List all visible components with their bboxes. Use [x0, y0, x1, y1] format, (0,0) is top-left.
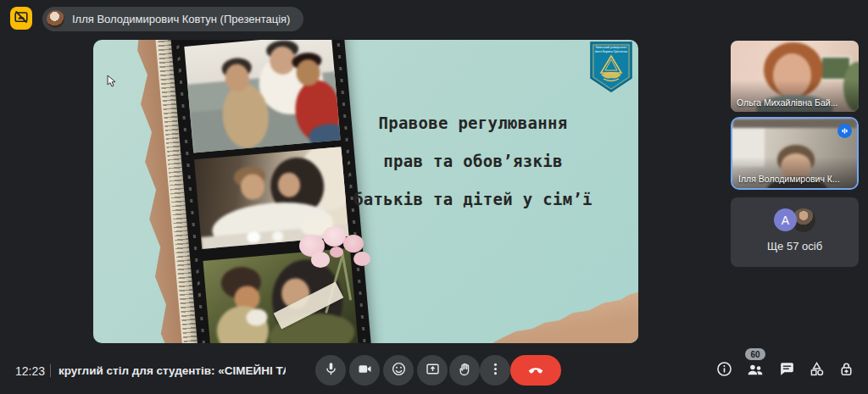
more-options-icon [487, 361, 504, 380]
meeting-title-label: круглий стіл для студентів: «СІМЕЙНІ ТА … [58, 364, 286, 377]
university-logo: Київський університет імені Бориса Грінч… [589, 41, 633, 93]
smiley-icon [391, 361, 407, 380]
more-options-button[interactable] [480, 355, 510, 386]
chat-icon [778, 360, 796, 380]
camera-icon [357, 361, 373, 380]
activities-button[interactable] [807, 361, 826, 380]
microphone-icon [323, 361, 339, 380]
torn-paper-corner [492, 289, 638, 343]
more-participants-label: Ще 57 осіб [731, 240, 859, 252]
slide-title-line2: прав та обов’язків [333, 142, 613, 180]
participant-avatar-letter: A [774, 208, 797, 231]
logo-org-line2: імені Бориса Грінченка [595, 50, 627, 53]
participants-count-badge: 60 [745, 348, 765, 360]
slide-title-line3: батьків та дітей у сім’ї [333, 180, 613, 219]
info-button[interactable] [715, 361, 733, 380]
speaking-indicator-icon [837, 124, 852, 138]
logo-org-line1: Київський університет [596, 46, 627, 49]
presentation-off-icon [13, 8, 30, 28]
divider [50, 364, 51, 377]
info-icon [715, 360, 733, 380]
presented-slide: Київський університет імені Бориса Грінч… [93, 40, 638, 343]
presenter-banner: Ілля Володимирович Ковтун (Презентація) [42, 7, 303, 31]
presenter-avatar [47, 10, 64, 28]
presenter-name-label: Ілля Володимирович Ковтун (Презентація) [72, 13, 290, 25]
camera-button[interactable] [349, 355, 380, 386]
participant-tile-olha[interactable]: Ольга Михайлівна Бай... [731, 41, 859, 112]
raise-hand-button[interactable] [449, 355, 480, 386]
raise-hand-icon [457, 361, 473, 380]
present-screen-icon [425, 361, 441, 380]
presentation-paused-button[interactable] [10, 7, 32, 30]
clock-label: 12:23 [15, 364, 45, 378]
participants-icon [746, 360, 765, 381]
microphone-button[interactable] [315, 355, 346, 386]
chat-button[interactable] [777, 361, 796, 380]
photo-family-on-couch [184, 40, 340, 153]
end-call-button[interactable] [510, 355, 561, 386]
participants-button[interactable] [746, 361, 765, 380]
slide-title-line1: Правове регулювання [333, 104, 613, 142]
present-screen-button[interactable] [417, 355, 448, 386]
mouse-cursor [107, 75, 118, 88]
meet-window: Ілля Володимирович Ковтун (Презентація) [0, 0, 868, 394]
slide-title: Правове регулювання прав та обов’язків б… [333, 104, 613, 219]
end-call-icon [526, 360, 545, 381]
reactions-button[interactable] [383, 355, 414, 386]
participant-name-label: Ольга Михайлівна Бай... [737, 97, 837, 108]
participant-name-label: Ілля Володимирович К... [738, 174, 840, 184]
more-participants-tile[interactable]: A Ще 57 осіб [731, 197, 859, 267]
host-controls-button[interactable] [837, 361, 855, 380]
lock-gear-icon [837, 360, 855, 380]
activities-icon [808, 360, 826, 380]
participant-tile-illia-speaking[interactable]: Ілля Володимирович К... [731, 117, 859, 190]
